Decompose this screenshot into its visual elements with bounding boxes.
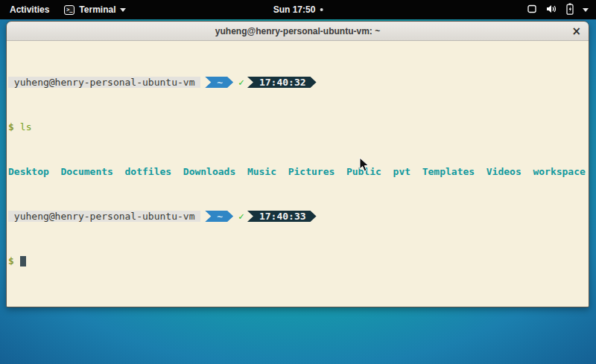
terminal-icon: >_ — [64, 5, 74, 15]
command-text: ls — [20, 121, 32, 132]
app-menu[interactable]: >_ Terminal — [64, 4, 126, 15]
terminal-content[interactable]: yuheng@henry-personal-ubuntu-vm ~ ✓ 17:4… — [7, 41, 589, 307]
prompt-cwd-segment: ~ — [205, 77, 233, 88]
clock-button[interactable]: Sun 17:50 — [273, 0, 323, 19]
prompt-symbol: $ — [8, 121, 14, 132]
prompt-line-2: yuheng@henry-personal-ubuntu-vm ~ ✓ 17:4… — [8, 211, 587, 222]
top-bar-left: Activities >_ Terminal — [0, 3, 126, 16]
input-line[interactable]: $ — [8, 255, 587, 266]
prompt-time-segment: 17:40:32 — [247, 77, 317, 88]
close-icon[interactable]: × — [571, 26, 581, 36]
prompt-cwd-segment: ~ — [205, 211, 233, 222]
command-line: $ ls — [8, 121, 587, 132]
prompt-line-1: yuheng@henry-personal-ubuntu-vm ~ ✓ 17:4… — [8, 77, 587, 88]
check-icon: ✓ — [238, 77, 244, 88]
clock-label: Sun 17:50 — [273, 4, 316, 15]
prompt-user-segment: yuheng@henry-personal-ubuntu-vm — [8, 77, 200, 88]
check-icon: ✓ — [238, 211, 244, 222]
ls-output-line: Desktop Documents dotfiles Downloads Mus… — [8, 166, 587, 177]
activities-button[interactable]: Activities — [7, 3, 52, 16]
text-cursor — [20, 256, 26, 266]
terminal-window: yuheng@henry-personal-ubuntu-vm: ~ × yuh… — [6, 21, 589, 307]
desktop: Activities >_ Terminal Sun 17:50 — [0, 0, 596, 364]
volume-icon — [545, 4, 557, 16]
chevron-down-icon — [583, 8, 589, 12]
prompt-user-segment: yuheng@henry-personal-ubuntu-vm — [8, 211, 200, 222]
chevron-down-icon — [120, 8, 126, 12]
window-titlebar[interactable]: yuheng@henry-personal-ubuntu-vm: ~ × — [7, 22, 589, 41]
window-title: yuheng@henry-personal-ubuntu-vm: ~ — [215, 26, 380, 36]
top-bar: Activities >_ Terminal Sun 17:50 — [0, 0, 596, 19]
system-status-menu[interactable] — [527, 0, 596, 19]
notification-dot-icon — [320, 8, 323, 11]
app-menu-label: Terminal — [79, 4, 115, 15]
prompt-symbol: $ — [8, 255, 14, 266]
display-icon — [527, 4, 537, 16]
directory-listing: Desktop Documents dotfiles Downloads Mus… — [8, 166, 586, 177]
battery-charging-icon — [565, 3, 574, 17]
prompt-time-segment: 17:40:33 — [247, 211, 317, 222]
